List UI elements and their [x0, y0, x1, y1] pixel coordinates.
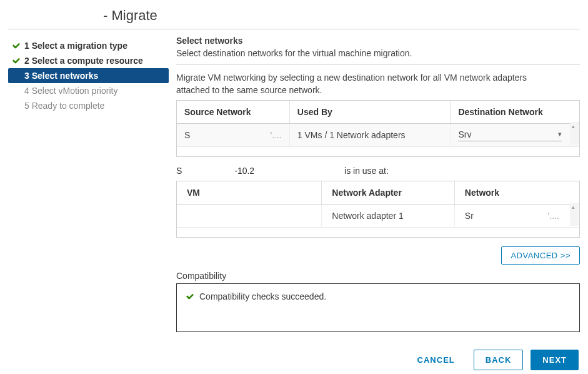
scrollbar[interactable]: ▴ — [570, 122, 579, 145]
scrollbar[interactable]: ▴ — [570, 203, 579, 226]
section-title: Select networks — [176, 36, 580, 46]
table-footer — [177, 146, 579, 156]
cancel-button[interactable]: CANCEL — [406, 350, 466, 370]
section-divider — [176, 64, 580, 65]
col-used-by[interactable]: Used By — [289, 101, 451, 124]
cell-network: Sr '.... — [454, 205, 579, 228]
wizard-step-2[interactable]: 2 Select a compute resource — [8, 53, 169, 68]
in-use-line: S -10.2 is in use at: — [176, 166, 580, 176]
compatibility-title: Compatibility — [176, 271, 580, 281]
col-destination-network[interactable]: Destination Network — [451, 101, 579, 124]
step-content: Select networks Select destination netwo… — [170, 36, 580, 332]
dialog-title: - Migrate — [0, 0, 588, 29]
cell-adapter: Network adapter 1 — [322, 205, 455, 228]
check-icon — [12, 56, 21, 65]
cell-used-by: 1 VMs / 1 Network adapters — [289, 124, 451, 147]
compatibility-box: Compatibility checks succeeded. — [176, 283, 580, 332]
cell-source-network: S '.... — [177, 124, 289, 147]
compatibility-message: Compatibility checks succeeded. — [199, 291, 326, 301]
scroll-up-icon: ▴ — [572, 204, 575, 210]
step-label: 5 Ready to complete — [24, 101, 104, 111]
wizard-step-3[interactable]: 3 Select networks — [8, 68, 169, 83]
next-button[interactable]: NEXT — [531, 350, 579, 370]
dropdown-value: Srv — [458, 129, 471, 139]
table-footer — [177, 227, 579, 237]
wizard-step-1[interactable]: 1 Select a migration type — [8, 38, 169, 53]
col-network[interactable]: Network — [454, 181, 579, 205]
table-row[interactable]: Network adapter 1 Sr '.... — [177, 205, 579, 228]
back-button[interactable]: BACK — [474, 350, 524, 370]
section-desc: Select destination networks for the virt… — [176, 48, 580, 58]
step-label: 1 Select a migration type — [24, 41, 127, 51]
migrate-para-line2: attached to the same source network. — [176, 85, 580, 95]
destination-network-dropdown[interactable]: Srv ▾ — [458, 129, 562, 141]
scroll-up-icon: ▴ — [572, 123, 575, 129]
cell-vm — [177, 205, 322, 228]
check-icon — [12, 41, 21, 50]
title-divider — [8, 29, 580, 29]
col-source-network[interactable]: Source Network — [177, 101, 289, 124]
wizard-steps: 1 Select a migration type 2 Select a com… — [8, 36, 170, 332]
migrate-para-line1: Migrate VM networking by selecting a new… — [176, 73, 580, 83]
step-label: 3 Select networks — [24, 71, 98, 81]
wizard-step-4[interactable]: 4 Select vMotion priority — [8, 83, 169, 98]
table-row[interactable]: S '.... 1 VMs / 1 Network adapters Srv ▾ — [177, 124, 579, 147]
dialog-footer: CANCEL BACK NEXT — [0, 332, 588, 370]
step-label: 2 Select a compute resource — [24, 56, 143, 66]
chevron-down-icon: ▾ — [558, 130, 562, 138]
adapter-table: VM Network Adapter Network Network adapt… — [176, 181, 580, 238]
cell-destination-network: Srv ▾ — [451, 124, 579, 147]
step-label: 4 Select vMotion priority — [24, 86, 117, 96]
network-mapping-table: Source Network Used By Destination Netwo… — [176, 100, 580, 157]
wizard-step-5[interactable]: 5 Ready to complete — [8, 98, 169, 113]
col-vm[interactable]: VM — [177, 181, 322, 205]
advanced-button[interactable]: ADVANCED >> — [501, 246, 580, 265]
check-icon — [186, 292, 194, 301]
col-network-adapter[interactable]: Network Adapter — [322, 181, 455, 205]
